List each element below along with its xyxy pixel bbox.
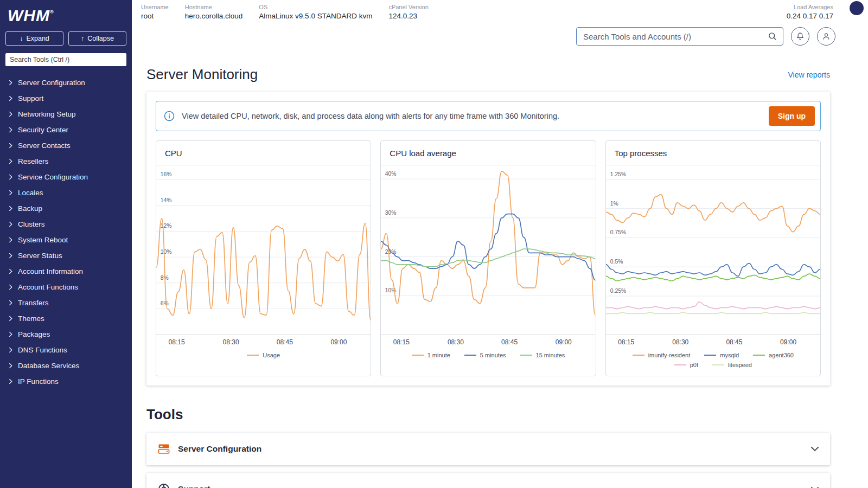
sign-up-button[interactable]: Sign up <box>769 106 815 126</box>
notifications-button[interactable] <box>791 27 809 46</box>
accordion-server-configuration[interactable]: Server Configuration <box>146 433 830 465</box>
legend-item-imunify-resident: imunify-resident <box>633 352 691 358</box>
chart-title: CPU load average <box>381 141 595 165</box>
page-title: Server Monitoring <box>146 66 258 83</box>
x-tick-label: 08:15 <box>393 338 410 346</box>
chat-bubble-icon[interactable] <box>850 1 864 15</box>
chevron-right-icon <box>9 378 12 384</box>
sidebar-item-server-configuration[interactable]: Server Configuration <box>0 75 132 91</box>
info-value: 0.24 0.17 0.17 <box>787 12 833 20</box>
collapse-button[interactable]: ↑ Collapse <box>68 31 126 46</box>
svg-text:0.75%: 0.75% <box>610 229 626 235</box>
sidebar-item-service-configuration[interactable]: Service Configuration <box>0 169 132 185</box>
chevron-right-icon <box>9 331 12 337</box>
x-tick-label: 09:00 <box>780 338 796 346</box>
chevron-right-icon <box>9 174 12 180</box>
series-litespeed <box>606 312 820 313</box>
content-area: Server Monitoring View reports View deta… <box>132 52 868 488</box>
sidebar-item-resellers[interactable]: Resellers <box>0 153 132 169</box>
sidebar-item-label: Service Configuration <box>18 173 88 181</box>
collapse-arrow-icon: ↑ <box>81 35 84 42</box>
user-icon <box>821 31 831 41</box>
series-1-minute <box>381 171 595 315</box>
expand-button[interactable]: ↓ Expand <box>5 31 63 46</box>
sidebar-item-clusters[interactable]: Clusters <box>0 216 132 232</box>
chart-title: Top processes <box>606 141 820 165</box>
series-agent360 <box>606 274 820 281</box>
sidebar-item-support[interactable]: Support <box>0 91 132 106</box>
sidebar-item-label: Server Contacts <box>18 142 71 150</box>
legend-label: litespeed <box>728 362 752 368</box>
chevron-right-icon <box>9 300 12 306</box>
legend-label: mysqld <box>720 352 739 358</box>
info-label: Username <box>141 4 169 10</box>
legend-item-mysqld: mysqld <box>704 352 739 358</box>
legend-label: 1 minute <box>427 352 450 358</box>
x-tick-label: 08:30 <box>672 338 688 346</box>
sidebar: WHM® ↓ Expand ↑ Collapse Server Configur… <box>0 0 132 488</box>
x-axis-labels: 08:1508:3008:4509:00 <box>606 335 820 348</box>
tools-title: Tools <box>146 406 830 423</box>
life-ring-icon <box>157 483 170 488</box>
sidebar-item-backup[interactable]: Backup <box>0 201 132 216</box>
svg-text:1%: 1% <box>610 201 618 207</box>
sidebar-item-packages[interactable]: Packages <box>0 326 132 342</box>
legend-label: Usage <box>263 352 280 358</box>
sidebar-item-account-functions[interactable]: Account Functions <box>0 279 132 295</box>
user-menu-button[interactable] <box>817 27 835 46</box>
sidebar-item-label: Transfers <box>18 299 49 307</box>
sidebar-item-ip-functions[interactable]: IP Functions <box>0 374 132 389</box>
info-value: 124.0.23 <box>388 12 428 20</box>
sidebar-item-label: Support <box>18 94 43 102</box>
chevron-right-icon <box>9 143 12 149</box>
legend-swatch <box>464 355 476 356</box>
chart-card-cpu: CPU6%8%10%12%14%16%08:1508:3008:4509:00U… <box>156 140 371 376</box>
x-axis-labels: 08:1508:3008:4509:00 <box>156 335 371 348</box>
view-reports-link[interactable]: View reports <box>788 70 830 79</box>
bell-icon <box>795 31 805 41</box>
series-imunify-resident <box>606 195 820 232</box>
sidebar-toggle-buttons: ↓ Expand ↑ Collapse <box>0 31 132 46</box>
sidebar-item-label: Networking Setup <box>18 110 76 118</box>
legend-swatch <box>412 355 424 356</box>
sidebar-item-dns-functions[interactable]: DNS Functions <box>0 342 132 358</box>
info-field-cpanel-version: cPanel Version124.0.23 <box>388 4 428 20</box>
sidebar-item-locales[interactable]: Locales <box>0 185 132 201</box>
legend-item-15-minutes: 15 minutes <box>520 352 565 358</box>
sidebar-item-themes[interactable]: Themes <box>0 311 132 326</box>
sidebar-item-label: Server Status <box>18 252 62 260</box>
chart-title: CPU <box>156 141 371 165</box>
sidebar-item-server-contacts[interactable]: Server Contacts <box>0 138 132 153</box>
legend-label: 15 minutes <box>536 352 565 358</box>
charts-row: CPU6%8%10%12%14%16%08:1508:3008:4509:00U… <box>156 140 821 376</box>
chevron-right-icon <box>9 221 12 227</box>
sidebar-item-label: Themes <box>18 314 44 323</box>
sidebar-item-system-reboot[interactable]: System Reboot <box>0 232 132 248</box>
sidebar-search-input[interactable] <box>5 53 126 66</box>
chart-canvas-cpu-load-average: 10%20%30%40% <box>381 165 595 335</box>
sidebar-item-security-center[interactable]: Security Center <box>0 122 132 138</box>
accordion-support[interactable]: Support <box>146 473 830 488</box>
x-tick-label: 08:45 <box>501 338 518 346</box>
sidebar-item-label: Security Center <box>18 126 68 134</box>
info-field-load-averages: Load Averages0.24 0.17 0.17 <box>787 4 833 20</box>
chevron-right-icon <box>9 253 12 259</box>
svg-text:0.25%: 0.25% <box>610 288 626 294</box>
info-label: OS <box>259 4 372 10</box>
sidebar-nav: Server ConfigurationSupportNetworking Se… <box>0 75 132 389</box>
global-search-input[interactable] <box>582 31 768 42</box>
x-tick-label: 09:00 <box>330 338 347 346</box>
whm-app: WHM® ↓ Expand ↑ Collapse Server Configur… <box>0 0 868 488</box>
legend-label: p0f <box>690 362 698 368</box>
x-tick-label: 08:30 <box>448 338 464 346</box>
sidebar-item-networking-setup[interactable]: Networking Setup <box>0 106 132 122</box>
info-icon <box>164 111 175 121</box>
chart-card-cpu-load-average: CPU load average10%20%30%40%08:1508:3008… <box>380 140 596 376</box>
legend-item-p0f: p0f <box>674 362 698 368</box>
sidebar-item-server-status[interactable]: Server Status <box>0 248 132 264</box>
sidebar-item-account-information[interactable]: Account Information <box>0 264 132 279</box>
360-monitoring-banner: View detailed CPU, network, disk, and pr… <box>156 101 821 131</box>
sidebar-item-transfers[interactable]: Transfers <box>0 295 132 311</box>
x-tick-label: 08:15 <box>169 338 185 346</box>
sidebar-item-database-services[interactable]: Database Services <box>0 358 132 374</box>
